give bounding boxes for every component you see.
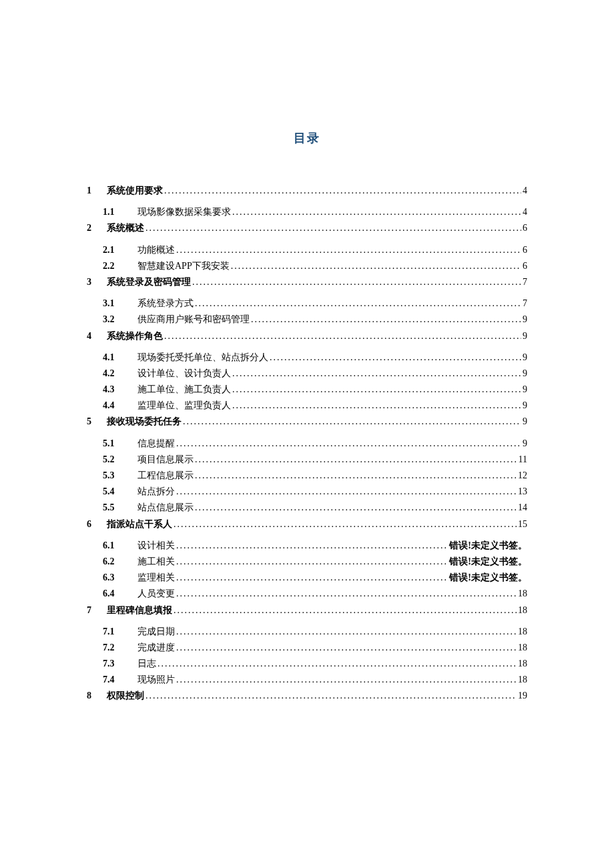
toc-leader-dots (164, 330, 521, 342)
toc-leader-dots (232, 206, 521, 218)
toc-page: 9 (521, 400, 527, 412)
toc-leader-dots (232, 400, 521, 412)
toc-leader-dots (174, 518, 517, 530)
toc-number: 3.1 (103, 298, 137, 310)
toc-page: 9 (521, 438, 527, 450)
toc-leader-dots (195, 502, 517, 514)
toc-entry: 5.4站点拆分13 (103, 486, 527, 498)
toc-label: 现场照片 (137, 674, 176, 686)
toc-entry: 6.2施工相关错误!未定义书签。 (103, 556, 527, 568)
toc-entry: 6.3监理相关错误!未定义书签。 (103, 572, 527, 584)
toc-entry: 7.4现场照片18 (103, 674, 527, 686)
toc-page: 9 (521, 384, 527, 396)
toc-number: 6.2 (103, 556, 137, 568)
toc-entry: 4.4监理单位、监理负责人9 (103, 400, 527, 412)
toc-entry: 7.2完成进度18 (103, 642, 527, 654)
toc-leader-dots (195, 454, 517, 466)
toc-entry: 6指派站点干系人15 (87, 518, 527, 530)
toc-label: 指派站点干系人 (107, 518, 174, 530)
toc-page: 6 (521, 244, 527, 256)
toc-page: 12 (517, 470, 527, 482)
toc-number: 5.3 (103, 470, 137, 482)
toc-number: 4 (87, 330, 107, 342)
toc-number: 5.4 (103, 486, 137, 498)
toc-label: 设计单位、设计负责人 (137, 368, 232, 380)
toc-label: 监理单位、监理负责人 (137, 400, 232, 412)
toc-page: 9 (521, 314, 527, 326)
toc-leader-dots (176, 588, 517, 600)
toc-leader-dots (231, 260, 521, 272)
toc-label: 系统操作角色 (107, 330, 164, 342)
toc-leader-dots (270, 352, 521, 364)
toc-page: 15 (517, 518, 527, 530)
toc-page: 4 (521, 206, 527, 218)
toc-page: 9 (521, 368, 527, 380)
toc-entry: 2.2智慧建设APP下我安装6 (103, 260, 527, 272)
toc-number: 6 (87, 518, 107, 530)
toc-entry: 2.1功能概述6 (103, 244, 527, 256)
toc-label: 站点信息展示 (137, 502, 195, 514)
toc-label: 人员变更 (137, 588, 176, 600)
toc-page: 14 (517, 502, 527, 514)
toc-leader-dots (176, 486, 517, 498)
toc-label: 工程信息展示 (137, 470, 195, 482)
toc-leader-dots (183, 416, 521, 428)
toc-leader-dots (195, 298, 521, 310)
toc-entry: 7里程碑信息填报18 (87, 604, 527, 616)
toc-page: 19 (517, 690, 527, 702)
toc-label: 施工单位、施工负责人 (137, 384, 232, 396)
toc-entry: 1系统使用要求4 (87, 185, 527, 197)
toc-leader-dots (232, 368, 521, 380)
toc-number: 5.1 (103, 438, 137, 450)
toc-entry: 6.1设计相关错误!未定义书签。 (103, 540, 527, 552)
toc-page: 18 (517, 642, 527, 654)
toc-page: 18 (517, 626, 527, 638)
toc-number: 5.5 (103, 502, 137, 514)
toc-leader-dots (176, 244, 521, 256)
toc-number: 1.1 (103, 206, 137, 218)
toc-label: 项目信息展示 (137, 454, 195, 466)
toc-page: 6 (521, 222, 527, 234)
toc-label: 现场委托受托单位、站点拆分人 (137, 352, 270, 364)
toc-leader-dots (251, 314, 521, 326)
toc-number: 2 (87, 222, 107, 234)
toc-label: 完成日期 (137, 626, 176, 638)
toc-number: 7.3 (103, 658, 137, 670)
toc-entry: 7.3日志18 (103, 658, 527, 670)
toc-number: 5 (87, 416, 107, 428)
toc-entry: 5.2项目信息展示11 (103, 454, 527, 466)
toc-entry: 2系统概述6 (87, 222, 527, 234)
toc-label: 系统登录及密码管理 (107, 276, 192, 288)
toc-page: 18 (517, 674, 527, 686)
toc-label: 监理相关 (137, 572, 176, 584)
toc-label: 系统使用要求 (107, 185, 164, 197)
toc-entry: 8权限控制19 (87, 690, 527, 702)
toc-leader-dots (174, 604, 517, 616)
toc-number: 6.3 (103, 572, 137, 584)
toc-page: 错误!未定义书签。 (448, 540, 527, 552)
toc-leader-dots (176, 674, 517, 686)
toc-page: 9 (521, 330, 527, 342)
toc-leader-dots (192, 276, 521, 288)
toc-label: 施工相关 (137, 556, 176, 568)
toc-entry: 5.1信息提醒9 (103, 438, 527, 450)
toc-entry: 5接收现场委托任务9 (87, 416, 527, 428)
toc-label: 站点拆分 (137, 486, 176, 498)
toc-label: 智慧建设APP下我安装 (137, 260, 231, 272)
toc-entry: 4.3施工单位、施工负责人9 (103, 384, 527, 396)
toc-number: 6.4 (103, 588, 137, 600)
toc-page: 9 (521, 416, 527, 428)
toc-page: 6 (521, 260, 527, 272)
toc-number: 2.2 (103, 260, 137, 272)
toc-label: 系统概述 (107, 222, 145, 234)
toc-number: 4.3 (103, 384, 137, 396)
toc-page: 7 (521, 276, 527, 288)
toc-label: 功能概述 (137, 244, 176, 256)
toc-leader-dots (145, 690, 517, 702)
toc-page: 4 (521, 185, 527, 197)
toc-number: 7.2 (103, 642, 137, 654)
toc-number: 7.4 (103, 674, 137, 686)
toc-leader-dots (195, 470, 517, 482)
toc-entry: 7.1完成日期18 (103, 626, 527, 638)
toc-number: 6.1 (103, 540, 137, 552)
